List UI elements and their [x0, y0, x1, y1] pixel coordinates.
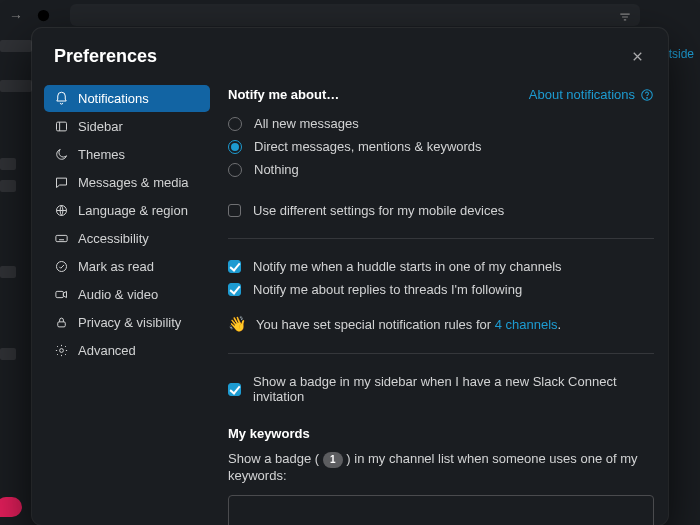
sidebar-item-privacy-visibility[interactable]: Privacy & visibility: [44, 309, 210, 336]
moon-icon: [54, 147, 69, 162]
sidebar-item-notifications[interactable]: Notifications: [44, 85, 210, 112]
sidebar-item-label: Sidebar: [78, 119, 123, 134]
bg-row: [0, 348, 16, 360]
bg-row: [0, 158, 16, 170]
svg-rect-1: [57, 122, 67, 131]
sidebar-item-audio-video[interactable]: Audio & video: [44, 281, 210, 308]
preferences-modal: Preferences Notifications Sidebar Themes…: [32, 28, 668, 525]
search-bar-bg: [70, 4, 640, 26]
checkbox-label: Notify me about replies to threads I'm f…: [253, 282, 522, 297]
checkbox-slack-connect-badge[interactable]: Show a badge in my sidebar when I have a…: [228, 370, 654, 408]
radio-icon: [228, 117, 242, 131]
sidebar-item-label: Themes: [78, 147, 125, 162]
modal-titlebar: Preferences: [32, 28, 668, 79]
sidebar-item-label: Messages & media: [78, 175, 189, 190]
sidebar-item-label: Mark as read: [78, 259, 154, 274]
prefs-content: Notify me about… About notifications All…: [214, 79, 658, 525]
checkbox-label: Use different settings for my mobile dev…: [253, 203, 504, 218]
special-rules-text: You have set special notification rules …: [256, 317, 561, 332]
nav-forward-icon: →: [9, 8, 23, 24]
bg-row: [0, 180, 16, 192]
svg-rect-6: [58, 322, 66, 327]
sidebar-item-messages-media[interactable]: Messages & media: [44, 169, 210, 196]
help-circle-icon: [640, 88, 654, 102]
layout-sidebar-icon: [54, 119, 69, 134]
svg-point-7: [60, 349, 64, 353]
sidebar-item-accessibility[interactable]: Accessibility: [44, 225, 210, 252]
sidebar-item-language-region[interactable]: Language & region: [44, 197, 210, 224]
option-label: Direct messages, mentions & keywords: [254, 139, 482, 154]
bg-red-pill: [0, 497, 22, 517]
history-icon: [36, 8, 51, 27]
notify-heading-row: Notify me about… About notifications: [228, 87, 654, 102]
checkbox-thread-replies[interactable]: Notify me about replies to threads I'm f…: [228, 278, 654, 301]
close-button[interactable]: [624, 43, 650, 69]
svg-rect-3: [56, 235, 67, 241]
bg-row: [0, 40, 32, 52]
about-notifications-label: About notifications: [529, 87, 635, 102]
svg-rect-5: [56, 291, 64, 297]
bg-row: [0, 80, 32, 92]
sidebar-item-label: Advanced: [78, 343, 136, 358]
text: You have set special notification rules …: [256, 317, 495, 332]
about-notifications-link[interactable]: About notifications: [529, 87, 654, 102]
gear-icon: [54, 343, 69, 358]
notify-heading: Notify me about…: [228, 87, 339, 102]
keyboard-icon: [54, 231, 69, 246]
checkbox-icon: [228, 283, 241, 296]
chat-icon: [54, 175, 69, 190]
divider: [228, 238, 654, 239]
sidebar-item-sidebar[interactable]: Sidebar: [44, 113, 210, 140]
svg-point-4: [57, 262, 67, 272]
checkbox-icon: [228, 383, 241, 396]
sidebar-item-advanced[interactable]: Advanced: [44, 337, 210, 364]
svg-point-9: [647, 97, 648, 98]
sidebar-item-themes[interactable]: Themes: [44, 141, 210, 168]
modal-body: Notifications Sidebar Themes Messages & …: [32, 79, 668, 525]
bg-row: [0, 266, 16, 278]
option-dm-mentions[interactable]: Direct messages, mentions & keywords: [228, 135, 654, 158]
filter-icon: [618, 10, 632, 28]
checkbox-icon: [228, 204, 241, 217]
sidebar-item-label: Privacy & visibility: [78, 315, 181, 330]
keywords-description: Show a badge ( 1 ) in my channel list wh…: [228, 451, 654, 483]
divider: [228, 353, 654, 354]
special-rules-link[interactable]: 4 channels: [495, 317, 558, 332]
bell-icon: [54, 91, 69, 106]
wave-icon: 👋: [228, 315, 247, 333]
checkbox-huddle-start[interactable]: Notify me when a huddle starts in one of…: [228, 255, 654, 278]
close-icon: [630, 49, 645, 64]
radio-icon: [228, 163, 242, 177]
sidebar-item-label: Language & region: [78, 203, 188, 218]
keywords-input[interactable]: [228, 495, 654, 525]
sidebar-item-label: Accessibility: [78, 231, 149, 246]
option-nothing[interactable]: Nothing: [228, 158, 654, 181]
sidebar-item-mark-as-read[interactable]: Mark as read: [44, 253, 210, 280]
keywords-heading: My keywords: [228, 426, 654, 441]
radio-icon: [228, 140, 242, 154]
video-icon: [54, 287, 69, 302]
sidebar-item-label: Audio & video: [78, 287, 158, 302]
sidebar-item-label: Notifications: [78, 91, 149, 106]
option-label: Nothing: [254, 162, 299, 177]
text: Show a badge (: [228, 451, 319, 466]
text: .: [558, 317, 562, 332]
prefs-sidebar: Notifications Sidebar Themes Messages & …: [44, 79, 214, 525]
special-rules-note: 👋 You have set special notification rule…: [228, 311, 654, 337]
modal-title: Preferences: [54, 46, 157, 67]
lock-icon: [54, 315, 69, 330]
globe-icon: [54, 203, 69, 218]
keyword-badge-example: 1: [323, 452, 343, 468]
option-all-messages[interactable]: All new messages: [228, 112, 654, 135]
checkbox-label: Show a badge in my sidebar when I have a…: [253, 374, 654, 404]
option-label: All new messages: [254, 116, 359, 131]
checkbox-label: Notify me when a huddle starts in one of…: [253, 259, 562, 274]
checkbox-icon: [228, 260, 241, 273]
check-circle-icon: [54, 259, 69, 274]
checkbox-mobile-different[interactable]: Use different settings for my mobile dev…: [228, 199, 654, 222]
